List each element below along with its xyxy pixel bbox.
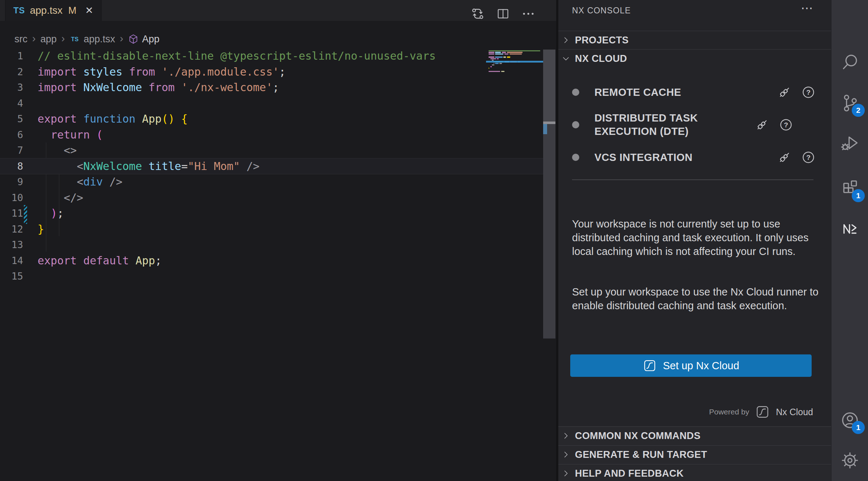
breadcrumb-label: src xyxy=(14,34,27,45)
help-icon[interactable]: ? xyxy=(800,84,816,100)
code-line-10[interactable]: 10 </> xyxy=(0,190,543,206)
code-line-8[interactable]: 8 <NxWelcome title="Hi Mom" /> xyxy=(0,158,543,175)
panel-title-bar: NX CONSOLE ⋯ xyxy=(558,0,831,21)
line-number[interactable]: 1 xyxy=(0,48,23,64)
editor-toolbar xyxy=(470,4,536,24)
code-line-3[interactable]: 3import NxWelcome from './nx-welcome'; xyxy=(0,80,543,95)
connect-icon[interactable] xyxy=(777,149,792,165)
activity-item-extensions[interactable]: 1 xyxy=(832,170,868,207)
line-number[interactable]: 5 xyxy=(0,111,23,127)
minimap-line xyxy=(494,63,494,64)
activity-item-nx-console[interactable] xyxy=(832,211,868,247)
line-number[interactable]: 4 xyxy=(0,95,23,111)
minimap-line xyxy=(510,54,522,55)
line-number[interactable]: 14 xyxy=(0,253,23,269)
line-number[interactable]: 13 xyxy=(0,237,23,253)
code-line-6[interactable]: 6 return ( xyxy=(0,127,543,143)
minimap-line xyxy=(507,52,523,53)
line-number[interactable]: 8 xyxy=(0,158,23,174)
code-line-7[interactable]: 7 <> xyxy=(0,142,543,158)
badge-count: 2 xyxy=(852,104,865,117)
breadcrumb-item-app[interactable]: App xyxy=(128,34,159,45)
section-help-and-feedback[interactable]: HELP AND FEEDBACK xyxy=(558,464,831,481)
activity-item-run-debug[interactable] xyxy=(832,125,868,161)
badge-count: 1 xyxy=(852,189,865,202)
connect-icon[interactable] xyxy=(777,84,792,100)
code-line-9[interactable]: 9 <div /> xyxy=(0,174,543,190)
activity-item-accounts[interactable]: 1 xyxy=(832,402,868,438)
code-line-2[interactable]: 2import styles from './app.module.css'; xyxy=(0,64,543,80)
breadcrumb-item-app[interactable]: app xyxy=(40,34,57,45)
minimap-line xyxy=(489,52,494,53)
scrollbar-thumb[interactable] xyxy=(543,50,555,122)
breadcrumb-label: app.tsx xyxy=(83,34,115,45)
setup-hint-text: Set up your workspace to use the Nx Clou… xyxy=(572,285,819,312)
code-line-13[interactable]: 13 xyxy=(0,237,543,253)
breadcrumb-item-app-tsx[interactable]: TSapp.tsx xyxy=(69,34,115,45)
minimap-line xyxy=(504,54,509,55)
minimap-line xyxy=(489,50,540,51)
line-number[interactable]: 15 xyxy=(0,268,23,284)
line-number[interactable]: 7 xyxy=(0,142,23,158)
breadcrumb: src›app›TSapp.tsx›App xyxy=(14,32,159,46)
panel-more-actions-icon[interactable]: ⋯ xyxy=(801,1,813,15)
activity-item-search[interactable] xyxy=(832,44,868,80)
line-number[interactable]: 3 xyxy=(0,80,23,95)
section-label: COMMON NX COMMANDS xyxy=(575,430,701,442)
breadcrumb-separator: › xyxy=(61,33,65,46)
setup-nx-cloud-button[interactable]: Set up Nx Cloud xyxy=(570,354,812,377)
close-icon[interactable]: ✕ xyxy=(85,5,93,16)
code-text: ); xyxy=(38,205,64,221)
line-number[interactable]: 12 xyxy=(0,221,23,237)
code-line-4[interactable]: 4 xyxy=(0,95,543,111)
connect-icon[interactable] xyxy=(754,117,770,133)
tab-app-tsx[interactable]: TS app.tsx M ✕ xyxy=(5,0,102,21)
feature-label: DISTRIBUTED TASK EXECUTION (DTE) xyxy=(594,111,746,138)
svg-text:TS: TS xyxy=(71,36,79,42)
code-line-1[interactable]: 1// eslint-disable-next-line @typescript… xyxy=(0,48,543,64)
workspace-status-text: Your workspace is not currently set up t… xyxy=(572,217,819,258)
line-number[interactable]: 11 xyxy=(0,205,23,221)
nx-cloud-brand-label[interactable]: Nx Cloud xyxy=(776,407,813,417)
line-number[interactable]: 6 xyxy=(0,127,23,143)
status-dot xyxy=(572,89,579,96)
code-line-11[interactable]: 11 ); xyxy=(0,205,543,221)
editor-scrollbar[interactable] xyxy=(543,50,555,339)
line-number[interactable]: 9 xyxy=(0,174,23,190)
git-modified-gutter-marker xyxy=(24,205,27,224)
vscode-window: TS app.tsx M ✕ src›app›TSapp.tsx›App 1//… xyxy=(0,0,868,481)
section-common-nx-commands[interactable]: COMMON NX COMMANDS xyxy=(558,426,831,445)
breadcrumb-item-src[interactable]: src xyxy=(14,34,27,45)
split-editor-icon[interactable] xyxy=(495,6,511,22)
help-icon[interactable]: ? xyxy=(800,149,816,165)
code-text: <> xyxy=(38,142,77,158)
open-changes-icon[interactable] xyxy=(470,6,486,22)
help-icon[interactable]: ? xyxy=(778,117,794,133)
section-generate-run-target[interactable]: GENERATE & RUN TARGET xyxy=(558,445,831,464)
modified-badge: M xyxy=(68,5,77,16)
activity-item-settings[interactable] xyxy=(832,442,868,478)
section-projects[interactable]: PROJECTS xyxy=(558,31,831,49)
breadcrumb-label: App xyxy=(142,34,159,45)
search-icon xyxy=(840,52,860,72)
powered-by-row: Powered by Nx Cloud xyxy=(709,404,813,420)
svg-text:?: ? xyxy=(806,89,811,96)
activity-item-source-control[interactable]: 2 xyxy=(832,85,868,121)
activity-item-explorer[interactable] xyxy=(832,3,868,39)
nx-cloud-logo-icon xyxy=(755,404,770,420)
minimap-current-line-highlight xyxy=(486,61,543,63)
code-line-12[interactable]: 12} xyxy=(0,221,543,237)
section-nx-cloud[interactable]: NX CLOUD xyxy=(558,50,831,67)
code-text: export default App; xyxy=(38,253,162,269)
breadcrumb-separator: › xyxy=(120,33,123,46)
line-number[interactable]: 2 xyxy=(0,64,23,80)
minimap-line xyxy=(497,58,499,59)
code-line-14[interactable]: 14export default App; xyxy=(0,253,543,269)
run-debug-icon xyxy=(840,133,860,153)
code-line-15[interactable]: 15 xyxy=(0,268,543,284)
code-editor[interactable]: 1// eslint-disable-next-line @typescript… xyxy=(0,46,556,481)
line-number[interactable]: 10 xyxy=(0,190,23,206)
minimap[interactable] xyxy=(486,48,543,81)
code-line-5[interactable]: 5export function App() { xyxy=(0,111,543,127)
more-actions-icon[interactable] xyxy=(520,6,536,22)
